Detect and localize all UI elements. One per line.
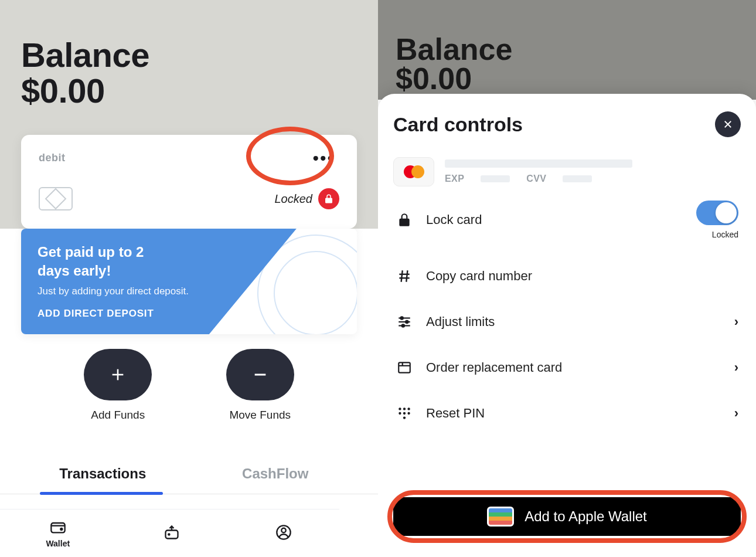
svg-point-23 bbox=[403, 407, 406, 410]
control-lock-card[interactable]: Lock card Locked bbox=[393, 186, 741, 253]
card-chip-icon bbox=[39, 187, 73, 210]
direct-deposit-promo[interactable]: Get paid up to 2 days early! Just by add… bbox=[21, 229, 357, 334]
close-button[interactable] bbox=[715, 111, 741, 137]
svg-point-18 bbox=[401, 317, 403, 319]
package-icon bbox=[396, 359, 413, 376]
card-number-redacted bbox=[445, 159, 632, 168]
lock-icon bbox=[396, 211, 413, 229]
chevron-right-icon: › bbox=[734, 314, 738, 330]
apple-wallet-icon bbox=[487, 507, 514, 527]
nav-transfer[interactable] bbox=[162, 524, 182, 543]
move-funds-label: Move Funds bbox=[226, 409, 294, 422]
svg-point-24 bbox=[407, 407, 410, 410]
add-funds-label: Add Funds bbox=[84, 409, 152, 422]
keypad-icon bbox=[396, 405, 413, 422]
svg-point-26 bbox=[403, 412, 406, 415]
balance-label: Balance bbox=[21, 38, 357, 73]
balance-amount: $0.00 bbox=[396, 67, 738, 91]
svg-point-22 bbox=[399, 407, 401, 410]
hash-icon bbox=[396, 267, 413, 285]
card-more-button[interactable]: ••• bbox=[308, 151, 339, 165]
cvv-value-redacted bbox=[563, 175, 592, 182]
add-to-apple-wallet-button[interactable]: Add to Apple Wallet bbox=[393, 497, 741, 536]
balance-amount: $0.00 bbox=[21, 73, 357, 109]
exp-value-redacted bbox=[481, 175, 510, 182]
svg-point-6 bbox=[168, 534, 169, 535]
active-tab-underline bbox=[40, 492, 163, 495]
add-funds-button[interactable] bbox=[84, 349, 152, 400]
control-adjust-limits[interactable]: Adjust limits › bbox=[393, 299, 741, 345]
locked-text: Locked bbox=[275, 192, 313, 206]
nav-profile[interactable] bbox=[274, 524, 294, 543]
balance-header: Balance $0.00 debit ••• Locked bbox=[0, 0, 378, 229]
svg-line-13 bbox=[401, 270, 403, 282]
svg-point-19 bbox=[406, 321, 408, 323]
card-controls-screen: Balance $0.00 Card controls EXP CVV bbox=[378, 0, 756, 557]
control-reset-pin[interactable]: Reset PIN › bbox=[393, 390, 741, 436]
lock-status-label: Locked bbox=[696, 230, 738, 239]
cvv-label: CVV bbox=[526, 174, 546, 184]
balance-header-dim: Balance $0.00 bbox=[378, 0, 756, 100]
card-controls-sheet: Card controls EXP CVV bbox=[378, 94, 756, 557]
sliders-icon bbox=[396, 313, 413, 331]
exp-label: EXP bbox=[445, 174, 464, 184]
wallet-screen: Balance $0.00 debit ••• Locked G bbox=[0, 0, 378, 557]
svg-point-4 bbox=[60, 528, 62, 529]
nav-wallet[interactable]: Wallet bbox=[46, 519, 70, 548]
debit-card: debit ••• Locked bbox=[21, 135, 357, 229]
svg-rect-3 bbox=[51, 523, 64, 532]
control-order-replacement[interactable]: Order replacement card › bbox=[393, 345, 741, 390]
lock-icon bbox=[318, 188, 339, 209]
svg-point-20 bbox=[402, 324, 404, 327]
lock-toggle[interactable] bbox=[696, 201, 738, 225]
bottom-nav: Wallet bbox=[0, 509, 339, 557]
control-copy-card-number[interactable]: Copy card number bbox=[393, 253, 741, 299]
chevron-right-icon: › bbox=[734, 406, 738, 421]
svg-point-25 bbox=[399, 412, 401, 415]
mastercard-icon bbox=[393, 157, 434, 186]
fund-actions: Add Funds Move Funds bbox=[0, 349, 378, 422]
svg-point-27 bbox=[407, 412, 410, 415]
svg-point-8 bbox=[281, 528, 285, 532]
chevron-right-icon: › bbox=[734, 360, 738, 375]
card-lock-status: Locked bbox=[275, 188, 340, 209]
tab-cashflow[interactable]: CashFlow bbox=[189, 451, 362, 494]
card-details: EXP CVV bbox=[393, 157, 741, 186]
svg-point-28 bbox=[403, 416, 406, 419]
sheet-title: Card controls bbox=[393, 113, 523, 136]
tab-bar: Transactions CashFlow bbox=[0, 451, 378, 494]
svg-line-14 bbox=[406, 270, 407, 282]
tab-transactions[interactable]: Transactions bbox=[16, 451, 189, 494]
svg-rect-21 bbox=[399, 362, 410, 372]
svg-rect-5 bbox=[165, 530, 178, 538]
card-type-label: debit bbox=[39, 152, 66, 164]
move-funds-button[interactable] bbox=[226, 349, 294, 400]
